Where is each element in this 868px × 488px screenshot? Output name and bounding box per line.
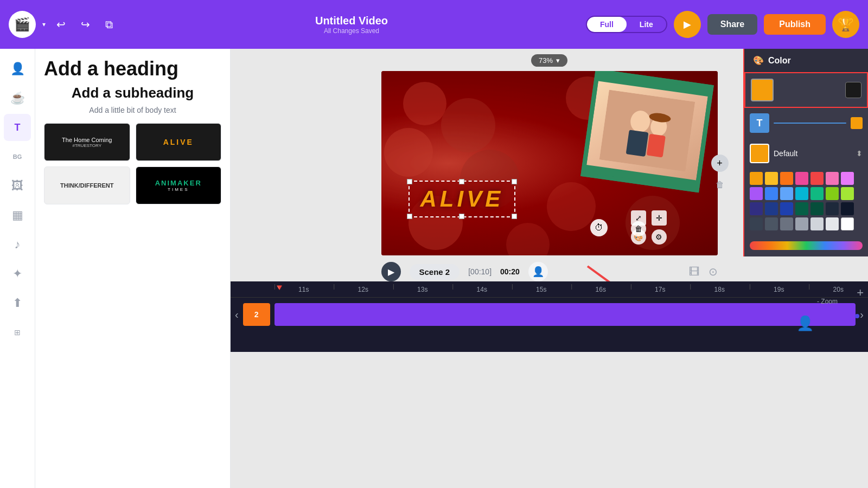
palette-swatch-indigo[interactable]	[750, 202, 763, 215]
palette-swatch-amber[interactable]	[765, 172, 778, 185]
palette-swatch-lime[interactable]	[826, 187, 839, 200]
redo-button[interactable]: ↪	[76, 16, 94, 33]
canvas-settings-icon[interactable]: ⚙	[652, 229, 667, 245]
user-avatar-button[interactable]: 🏆	[832, 11, 859, 38]
palette-swatch-rose[interactable]	[826, 172, 839, 185]
publish-button[interactable]: Publish	[764, 14, 826, 35]
scene-label: Scene 2	[410, 264, 460, 280]
sidebar-item-sticker[interactable]: ✦	[4, 260, 31, 287]
subheading-template[interactable]: Add a subheading	[44, 85, 221, 101]
scene-target-icon[interactable]: ⊙	[709, 265, 718, 278]
default-dropdown-icon[interactable]: ⬍	[856, 149, 863, 158]
zoom-dot[interactable]	[855, 314, 859, 318]
text-swatch-right[interactable]	[851, 117, 863, 129]
palette-swatch-lightlime[interactable]	[841, 187, 854, 200]
sidebar-item-user[interactable]: 👤	[4, 55, 31, 82]
palette-swatch-white[interactable]	[841, 217, 854, 230]
palette-swatch-yellow[interactable]	[750, 172, 763, 185]
palette-row-2	[750, 187, 863, 200]
logo-dropdown-arrow[interactable]: ▾	[42, 21, 46, 28]
share-button[interactable]: Share	[707, 14, 757, 35]
copy-button[interactable]: ⧉	[101, 16, 117, 33]
palette-swatch-darkblue[interactable]	[765, 202, 778, 215]
palette-swatch-slate[interactable]	[826, 202, 839, 215]
sidebar-item-media[interactable]: ▦	[4, 202, 31, 229]
template-card-3[interactable]: THINK/DIFFERENT	[44, 166, 130, 204]
ruler-12s: 12s	[334, 286, 393, 293]
canvas-move-icon[interactable]: ✛	[652, 210, 667, 226]
timeline-marker[interactable]: 🔻	[274, 282, 285, 293]
gradient-bar[interactable]	[750, 241, 863, 250]
timer-icon[interactable]: ⏱	[590, 219, 608, 236]
sidebar-item-text[interactable]: T	[4, 114, 31, 141]
view-full-button[interactable]: Full	[587, 17, 627, 32]
palette-swatch-gray2[interactable]	[765, 217, 778, 230]
template-card-2[interactable]: ALIVE	[136, 123, 222, 161]
timeline-next-button[interactable]: ›	[860, 309, 864, 321]
template-card-4[interactable]: ANIMAKER TIMES	[136, 166, 222, 204]
color-swatch-black[interactable]	[845, 82, 861, 98]
handle-top-left[interactable]	[407, 179, 412, 184]
handle-bottom-mid[interactable]	[459, 214, 464, 219]
sidebar-item-music[interactable]: ♪	[4, 231, 31, 258]
palette-swatch-pink[interactable]	[795, 172, 808, 185]
view-lite-button[interactable]: Lite	[627, 17, 666, 32]
scene-play-button[interactable]: ▶	[381, 262, 401, 281]
ruler-13s: 13s	[393, 286, 452, 293]
handle-bottom-right[interactable]	[512, 214, 517, 219]
selected-text-element[interactable]: ALIVE	[409, 181, 516, 217]
palette-swatch-darkgreen[interactable]	[795, 202, 808, 215]
palette-swatch-blue2[interactable]	[780, 202, 793, 215]
palette-swatch-cyan[interactable]	[795, 187, 808, 200]
sidebar-item-bg[interactable]: BG	[4, 143, 31, 170]
scene-time-range: [00:10]	[468, 267, 492, 276]
bodytext-template[interactable]: Add a little bit of body text	[44, 106, 221, 114]
palette-swatch-gray1[interactable]	[750, 217, 763, 230]
handle-top-mid[interactable]	[459, 179, 464, 184]
palette-swatch-darkslate[interactable]	[841, 202, 854, 215]
logo-button[interactable]: 🎬	[9, 11, 36, 38]
add-to-canvas-button[interactable]: +	[711, 155, 729, 172]
play-button[interactable]: ▶	[674, 11, 701, 38]
canvas-background: ALIVE ⤢ ✛ 🎨 ⚙ 🗑 ⏱	[381, 71, 718, 255]
palette-swatch-emerald[interactable]	[810, 187, 824, 200]
color-selected-swatch[interactable]	[750, 144, 769, 163]
palette-swatch-gray6[interactable]	[826, 217, 839, 230]
palette-swatch-blue[interactable]	[765, 187, 778, 200]
palette-swatch-red[interactable]	[810, 172, 824, 185]
canvas-wrapper[interactable]: ALIVE ⤢ ✛ 🎨 ⚙ 🗑 ⏱	[381, 71, 718, 255]
video-title: Untitled Video	[124, 15, 579, 27]
sidebar-item-grid[interactable]: ⊞	[4, 319, 31, 346]
scene-film-icon[interactable]: 🎞	[689, 265, 700, 278]
svg-point-0	[403, 82, 446, 125]
zoom-dropdown-icon[interactable]: ▾	[556, 56, 560, 65]
canvas-delete-icon[interactable]: 🗑	[631, 221, 646, 236]
sidebar-item-coffee[interactable]: ☕	[4, 85, 31, 112]
text-format-icon[interactable]: T	[750, 113, 769, 133]
sidebar-item-upload[interactable]: ⬆	[4, 290, 31, 317]
palette-swatch-gray5[interactable]	[810, 217, 824, 230]
palette-swatch-lightblue[interactable]	[780, 187, 793, 200]
palette-swatch-fuchsia[interactable]	[841, 172, 854, 185]
tmpl4-sub: TIMES	[155, 187, 202, 192]
palette-swatch-purple[interactable]	[750, 187, 763, 200]
add-scene-button[interactable]: +	[857, 286, 864, 300]
timeline-prev-button[interactable]: ‹	[235, 309, 239, 321]
heading-template[interactable]: Add a heading	[44, 57, 221, 80]
template-grid: The Home Coming #TRUESTORY ALIVE THINK/D…	[44, 123, 221, 204]
delete-canvas-button[interactable]: 🗑	[711, 176, 729, 194]
template-card-1[interactable]: The Home Coming #TRUESTORY	[44, 123, 130, 161]
palette-swatch-orange[interactable]	[780, 172, 793, 185]
scene-number-indicator: 2	[243, 303, 270, 326]
color-panel: 🎨 Color T Default ⬍	[743, 49, 868, 256]
palette-swatch-darkgreen2[interactable]	[810, 202, 824, 215]
color-swatch-main[interactable]	[751, 79, 774, 101]
handle-bottom-left[interactable]	[407, 214, 412, 219]
palette-swatch-gray3[interactable]	[780, 217, 793, 230]
sidebar-item-image[interactable]: 🖼	[4, 172, 31, 200]
timeline-bar[interactable]	[275, 303, 856, 326]
zoom-label: - Zoom	[817, 298, 838, 305]
handle-top-right[interactable]	[512, 179, 517, 184]
palette-swatch-gray4[interactable]	[795, 217, 808, 230]
undo-button[interactable]: ↩	[52, 16, 70, 33]
